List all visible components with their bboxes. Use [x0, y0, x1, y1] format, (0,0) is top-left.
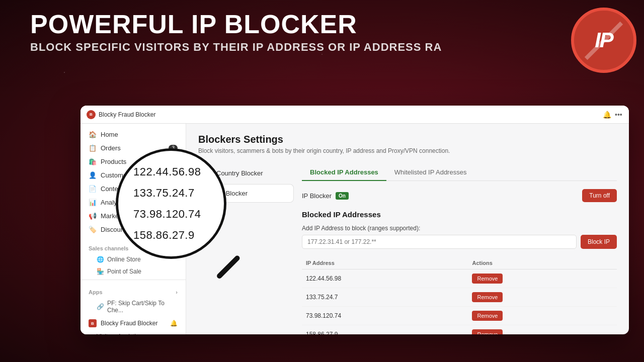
sidebar-item-orders[interactable]: 📋 Orders 3	[80, 141, 186, 155]
blocker-item-ip[interactable]: 🖥️ IP Blocker	[198, 184, 294, 203]
bell-icon[interactable]: 🔔	[603, 111, 611, 119]
home-icon: 🏠	[89, 131, 97, 138]
on-badge: On	[336, 192, 349, 200]
customers-icon: 👤	[89, 171, 97, 179]
titlebar-actions: 🔔 •••	[603, 111, 623, 119]
remove-button[interactable]: Remove	[472, 292, 503, 302]
sidebar-item-online-store[interactable]: 🌐 Online Store	[80, 253, 186, 265]
tab-blocked-ips-label: Blocked IP Addresses	[310, 168, 378, 176]
apps-section: Apps › 🔗 PF: Skip Cart/Skip To Che... B …	[80, 280, 186, 334]
country-blocker-icon: 🌐	[204, 169, 212, 177]
app-name-label: Blocky Fraud Blocker	[99, 111, 155, 118]
country-blocker-label: Country Blocker	[216, 169, 263, 177]
tab-blocked-ips[interactable]: Blocked IP Addresses	[302, 164, 386, 181]
blocked-section-title: Blocked IP Addresses	[302, 210, 617, 219]
sidebar-item-analytics[interactable]: 📊 Analytics	[80, 196, 186, 209]
sidebar-item-visitors-analytics[interactable]: Visitors Analytics	[80, 330, 186, 334]
products-icon: 🛍️	[89, 158, 97, 165]
pos-icon: 🏪	[97, 268, 104, 275]
blocked-ip-section: Blocked IP Addresses Add IP Address to b…	[302, 210, 617, 334]
pos-label: Point of Sale	[107, 268, 141, 275]
block-ip-button[interactable]: Block IP	[581, 235, 617, 249]
online-store-icon: 🌐	[97, 256, 104, 263]
col-ip-header: IP Address	[302, 257, 468, 269]
page-title: Blockers Settings	[198, 134, 617, 145]
ip-blocker-icon: 🖥️	[206, 190, 214, 197]
sidebar-item-content-label: Content	[101, 185, 124, 193]
sidebar-item-products-label: Products	[101, 158, 126, 165]
main-content: Blockers Settings Block visitors, scamme…	[186, 106, 629, 334]
apps-arrow: ›	[176, 289, 178, 295]
sidebar-item-marketing[interactable]: 📢 Marketing	[80, 209, 186, 223]
sidebar-item-products[interactable]: 🛍️ Products	[80, 155, 186, 168]
table-row: 122.44.56.98Remove	[302, 269, 617, 288]
ip-cell: 158.86.27.9	[302, 325, 468, 335]
sidebar-item-customers-label: Customers	[101, 171, 132, 179]
header-text-area: POWERFUL IP BLOCKER BLOCK SPECIFIC VISIT…	[30, 10, 442, 54]
ip-blocker-status-row: IP Blocker On	[302, 192, 349, 200]
online-store-label: Online Store	[107, 256, 141, 263]
pf-label: PF: Skip Cart/Skip To Che...	[107, 300, 178, 314]
sidebar: 🏠 Home 📋 Orders 3 🛍️ Products 👤 Customer…	[80, 106, 186, 334]
tabs-row: Blocked IP Addresses Whitelisted IP Addr…	[302, 164, 617, 181]
ip-table: IP Address Actions 122.44.56.98Remove133…	[302, 257, 617, 334]
add-ip-label: Add IP Address to block (ranges supporte…	[302, 225, 617, 232]
remove-button[interactable]: Remove	[472, 329, 503, 334]
more-icon[interactable]: •••	[615, 111, 623, 119]
sales-channels-label: Sales channels	[89, 245, 129, 251]
remove-button[interactable]: Remove	[472, 311, 503, 321]
right-panel: Blocked IP Addresses Whitelisted IP Addr…	[302, 164, 617, 334]
window-titlebar: B Blocky Fraud Blocker 🔔 •••	[80, 106, 629, 124]
action-cell: Remove	[468, 288, 617, 307]
sales-channels-arrow: ›	[176, 245, 178, 251]
ip-blocker-header: IP Blocker On Turn off	[302, 189, 617, 202]
sidebar-item-discounts[interactable]: 🏷️ Discounts	[80, 223, 186, 236]
blocky-app-icon: B	[89, 319, 97, 327]
logo-slash	[585, 22, 623, 60]
tab-whitelisted-ips-label: Whitelisted IP Addresses	[394, 168, 467, 176]
orders-icon: 📋	[89, 144, 97, 152]
sidebar-item-analytics-label: Analytics	[101, 199, 127, 206]
header-subtitle: BLOCK SPECIFIC VISITORS BY THEIR IP ADDR…	[30, 41, 442, 54]
table-row: 133.75.24.7Remove	[302, 288, 617, 307]
blocker-item-country[interactable]: 🌐 Country Blocker	[198, 164, 294, 182]
sidebar-item-pf-app[interactable]: 🔗 PF: Skip Cart/Skip To Che...	[80, 297, 186, 316]
action-cell: Remove	[468, 325, 617, 335]
header-title: POWERFUL IP BLOCKER	[30, 10, 442, 39]
analytics-icon: 📊	[89, 199, 97, 206]
turn-off-button[interactable]: Turn off	[582, 189, 617, 202]
page-subtitle: Block visitors, scammers & bots by their…	[198, 147, 617, 154]
logo-circle: IP	[571, 8, 636, 73]
add-ip-input[interactable]	[302, 235, 577, 249]
content-area: Blockers Settings Block visitors, scamme…	[186, 124, 629, 334]
ip-blocker-name: IP Blocker	[302, 192, 332, 200]
orders-badge: 3	[169, 145, 178, 151]
marketing-icon: 📢	[89, 212, 97, 220]
sidebar-item-customers[interactable]: 👤 Customers	[80, 168, 186, 182]
apps-label: Apps	[89, 289, 103, 295]
table-row: 158.86.27.9Remove	[302, 325, 617, 335]
add-ip-row: Block IP	[302, 235, 617, 249]
content-icon: 📄	[89, 185, 97, 193]
sidebar-item-home[interactable]: 🏠 Home	[80, 128, 186, 141]
ip-cell: 133.75.24.7	[302, 288, 468, 307]
tab-whitelisted-ips[interactable]: Whitelisted IP Addresses	[386, 164, 475, 181]
app-logo-icon: B	[87, 110, 96, 119]
ip-cell: 73.98.120.74	[302, 307, 468, 325]
blocky-bell-icon[interactable]: 🔔	[170, 320, 178, 327]
visitors-analytics-label: Visitors Analytics	[97, 333, 142, 334]
sidebar-item-blocky-app[interactable]: B Blocky Fraud Blocker 🔔	[80, 316, 186, 330]
sidebar-item-discounts-label: Discounts	[101, 226, 129, 233]
col-actions-header: Actions	[468, 257, 617, 269]
sidebar-item-content[interactable]: 📄 Content	[80, 182, 186, 196]
blocky-app-label: Blocky Fraud Blocker	[101, 320, 157, 327]
pf-icon: 🔗	[97, 303, 104, 310]
sidebar-nav: 🏠 Home 📋 Orders 3 🛍️ Products 👤 Customer…	[80, 124, 186, 240]
discounts-icon: 🏷️	[89, 226, 97, 233]
ip-blocker-label: IP Blocker	[218, 190, 248, 197]
sales-channels-section: Sales channels ›	[80, 240, 186, 253]
app-window: B Blocky Fraud Blocker 🔔 ••• 🏠 Home 📋 Or…	[80, 106, 629, 334]
remove-button[interactable]: Remove	[472, 274, 503, 284]
action-cell: Remove	[468, 269, 617, 288]
sidebar-item-pos[interactable]: 🏪 Point of Sale	[80, 265, 186, 278]
